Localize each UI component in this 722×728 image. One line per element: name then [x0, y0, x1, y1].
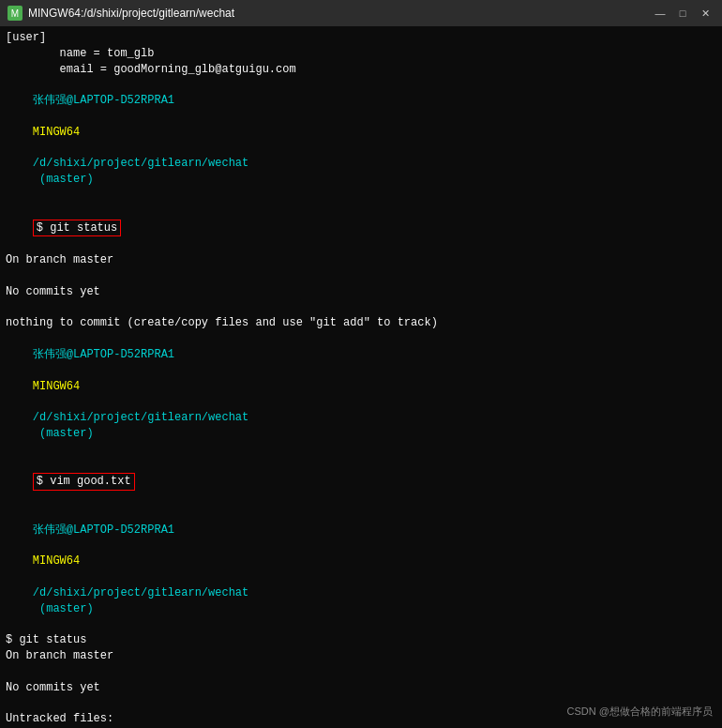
- title-bar: M MINGW64:/d/shixi/project/gitlearn/wech…: [0, 0, 722, 26]
- prompt-1: 张伟强@LAPTOP-D52RPRA1 MINGW64 /d/shixi/pro…: [6, 77, 716, 203]
- close-button[interactable]: ✕: [696, 4, 714, 23]
- watermark: CSDN @想做合格的前端程序员: [567, 705, 713, 719]
- prompt-2: 张伟强@LAPTOP-D52RPRA1 MINGW64 /d/shixi/pro…: [6, 331, 716, 457]
- cmd-vim: $ vim good.txt: [6, 458, 716, 507]
- cmd-git-status-1: $ git status: [6, 204, 716, 252]
- minimize-button[interactable]: —: [651, 4, 669, 23]
- user-block: [user] name = tom_glb email = goodMornin…: [6, 30, 716, 77]
- title-bar-controls[interactable]: — □ ✕: [651, 4, 714, 23]
- prompt-3: 张伟强@LAPTOP-D52RPRA1 MINGW64 /d/shixi/pro…: [6, 507, 716, 632]
- title-bar-icon: M: [8, 6, 23, 21]
- terminal[interactable]: [user] name = tom_glb email = goodMornin…: [0, 26, 722, 728]
- title-bar-title: MINGW64:/d/shixi/project/gitlearn/wechat: [28, 7, 651, 20]
- maximize-button[interactable]: □: [673, 4, 692, 23]
